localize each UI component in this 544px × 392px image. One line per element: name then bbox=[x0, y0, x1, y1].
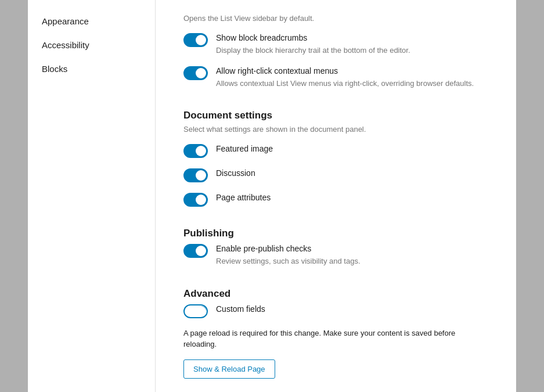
sidebar-item-blocks[interactable]: Blocks bbox=[28, 57, 155, 81]
toggle-prepublish[interactable] bbox=[183, 244, 208, 258]
toggle-prepublish-text: Enable pre-publish checks Review setting… bbox=[216, 243, 361, 267]
sidebar-item-appearance[interactable]: Appearance bbox=[28, 9, 155, 33]
top-partial-text: Opens the List View sidebar by default. bbox=[183, 14, 488, 23]
content-area: Opens the List View sidebar by default. … bbox=[156, 0, 516, 392]
toggle-prepublish-sublabel: Review settings, such as visibility and … bbox=[216, 256, 361, 267]
advanced-section: Advanced Custom fields A page reload is … bbox=[183, 288, 488, 379]
right-gutter bbox=[516, 0, 544, 392]
toggle-prepublish-label: Enable pre-publish checks bbox=[216, 243, 361, 255]
toggle-discussion-text: Discussion bbox=[216, 167, 255, 179]
toggle-row-prepublish: Enable pre-publish checks Review setting… bbox=[183, 243, 488, 267]
toggle-row-page-attributes: Page attributes bbox=[183, 192, 488, 207]
toggle-contextual-text: Allow right-click contextual menus Allow… bbox=[216, 65, 474, 89]
toggle-row-breadcrumbs: Show block breadcrumbs Display the block… bbox=[183, 32, 488, 56]
toggle-breadcrumbs-sublabel: Display the block hierarchy trail at the… bbox=[216, 45, 410, 56]
toggle-row-featured: Featured image bbox=[183, 143, 488, 158]
toggle-page-attributes[interactable] bbox=[183, 193, 208, 207]
toggle-discussion-label: Discussion bbox=[216, 167, 255, 179]
toggle-page-attributes-text: Page attributes bbox=[216, 192, 271, 204]
toggle-breadcrumbs[interactable] bbox=[183, 33, 208, 47]
toggle-featured-image[interactable] bbox=[183, 144, 208, 158]
toggle-featured-label: Featured image bbox=[216, 143, 273, 155]
toggle-contextual[interactable] bbox=[183, 66, 208, 80]
toggle-row-custom-fields: Custom fields bbox=[183, 303, 488, 318]
top-toggles-section: Show block breadcrumbs Display the block… bbox=[183, 32, 488, 89]
toggle-custom-fields[interactable] bbox=[183, 304, 208, 318]
toggle-breadcrumbs-label: Show block breadcrumbs bbox=[216, 32, 410, 44]
document-settings-desc: Select what settings are shown in the do… bbox=[183, 125, 488, 134]
toggle-row-discussion: Discussion bbox=[183, 167, 488, 182]
toggle-custom-fields-label: Custom fields bbox=[216, 303, 265, 315]
toggle-row-contextual: Allow right-click contextual menus Allow… bbox=[183, 65, 488, 89]
toggle-breadcrumbs-text: Show block breadcrumbs Display the block… bbox=[216, 32, 410, 56]
toggle-discussion[interactable] bbox=[183, 168, 208, 182]
advanced-title: Advanced bbox=[183, 288, 488, 300]
toggle-featured-text: Featured image bbox=[216, 143, 273, 155]
document-settings-title: Document settings bbox=[183, 110, 488, 121]
sidebar-item-accessibility[interactable]: Accessibility bbox=[28, 33, 155, 57]
sidebar: Appearance Accessibility Blocks bbox=[28, 0, 156, 392]
left-gutter bbox=[0, 0, 28, 392]
show-reload-button[interactable]: Show & Reload Page bbox=[183, 359, 275, 379]
advanced-notice: A page reload is required for this chang… bbox=[183, 328, 488, 350]
publishing-section: Publishing Enable pre-publish checks Rev… bbox=[183, 228, 488, 267]
publishing-title: Publishing bbox=[183, 228, 488, 239]
toggle-page-attributes-label: Page attributes bbox=[216, 192, 271, 204]
toggle-custom-fields-text: Custom fields bbox=[216, 303, 265, 315]
document-settings-section: Document settings Select what settings a… bbox=[183, 110, 488, 207]
toggle-contextual-sublabel: Allows contextual List View menus via ri… bbox=[216, 78, 474, 89]
toggle-contextual-label: Allow right-click contextual menus bbox=[216, 65, 474, 77]
